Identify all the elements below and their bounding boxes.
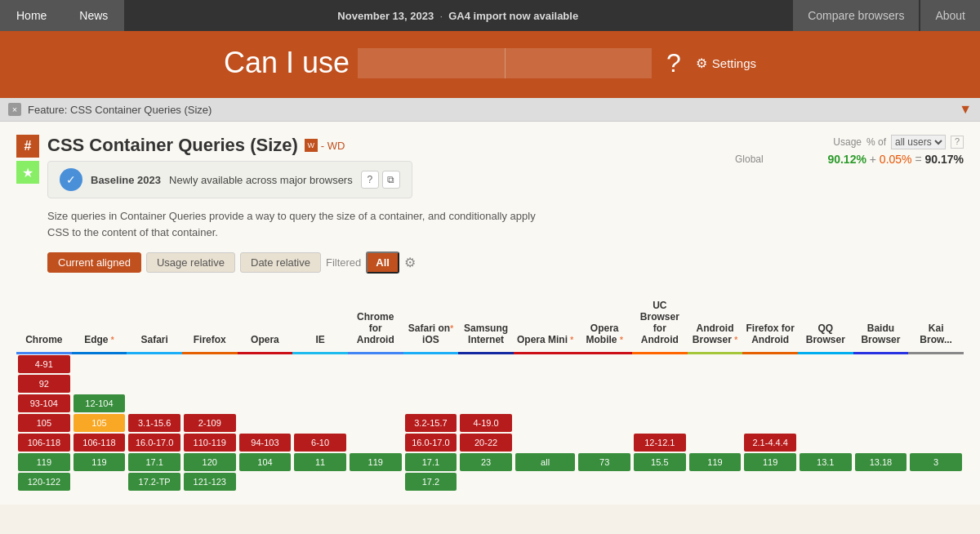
browser-cell[interactable] [688, 413, 743, 433]
browser-cell[interactable] [853, 433, 909, 452]
browser-cell[interactable]: 2.1-4.4.4 [742, 433, 798, 452]
tab-date[interactable]: Date relative [240, 252, 321, 273]
browser-cell[interactable] [292, 394, 348, 413]
browser-cell[interactable] [577, 374, 632, 394]
browser-cell[interactable] [514, 354, 577, 375]
browser-cell[interactable] [238, 413, 293, 433]
browser-cell[interactable]: 120-122 [16, 472, 72, 492]
browser-cell[interactable]: 3.2-15.7 [403, 413, 459, 433]
browser-cell[interactable] [632, 374, 688, 394]
browser-cell[interactable] [72, 472, 127, 492]
nav-news[interactable]: News [63, 0, 124, 31]
browser-cell[interactable] [908, 354, 964, 375]
star-btn[interactable]: ★ [16, 161, 39, 184]
browser-cell[interactable] [403, 374, 459, 394]
browser-cell[interactable] [348, 433, 403, 452]
browser-cell[interactable] [798, 354, 853, 375]
browser-cell[interactable]: 16.0-17.0 [403, 433, 459, 452]
browser-cell[interactable] [238, 394, 293, 413]
browser-cell[interactable] [632, 472, 688, 492]
tab-gear-icon[interactable]: ⚙ [404, 255, 416, 270]
compare-browsers-btn[interactable]: Compare browsers [793, 0, 919, 31]
browser-cell[interactable]: 17.2 [403, 472, 459, 492]
browser-cell[interactable]: 106-118 [16, 433, 72, 452]
browser-cell[interactable]: 119 [742, 452, 798, 472]
browser-cell[interactable] [632, 354, 688, 375]
browser-cell[interactable] [182, 354, 238, 375]
usage-selector[interactable]: all users [891, 135, 946, 149]
browser-cell[interactable]: 13.1 [798, 452, 853, 472]
browser-cell[interactable]: 23 [458, 452, 514, 472]
browser-cell[interactable]: 105 [72, 413, 127, 433]
browser-cell[interactable]: 12-12.1 [632, 433, 688, 452]
browser-cell[interactable]: 106-118 [72, 433, 127, 452]
browser-cell[interactable] [403, 394, 459, 413]
browser-cell[interactable] [742, 472, 798, 492]
about-btn[interactable]: About [920, 0, 980, 31]
browser-cell[interactable]: 17.1 [127, 452, 182, 472]
browser-cell[interactable] [908, 433, 964, 452]
browser-cell[interactable] [742, 413, 798, 433]
browser-cell[interactable] [182, 374, 238, 394]
browser-cell[interactable]: 92 [16, 374, 72, 394]
tab-current[interactable]: Current aligned [47, 252, 141, 273]
browser-cell[interactable] [688, 394, 743, 413]
browser-cell[interactable]: 105 [16, 413, 72, 433]
browser-cell[interactable]: 20-22 [458, 433, 514, 452]
browser-cell[interactable] [577, 413, 632, 433]
browser-cell[interactable] [632, 413, 688, 433]
browser-cell[interactable]: 110-119 [182, 433, 238, 452]
browser-cell[interactable]: 3 [908, 452, 964, 472]
browser-cell[interactable] [688, 433, 743, 452]
browser-cell[interactable] [72, 354, 127, 375]
browser-cell[interactable] [742, 354, 798, 375]
browser-cell[interactable] [853, 413, 909, 433]
browser-cell[interactable] [853, 394, 909, 413]
browser-cell[interactable] [238, 472, 293, 492]
browser-cell[interactable]: 2-109 [182, 413, 238, 433]
browser-cell[interactable] [348, 394, 403, 413]
browser-cell[interactable] [908, 394, 964, 413]
browser-cell[interactable]: 120 [182, 452, 238, 472]
browser-cell[interactable] [458, 354, 514, 375]
browser-cell[interactable] [853, 472, 909, 492]
tab-usage[interactable]: Usage relative [146, 252, 235, 273]
browser-cell[interactable] [458, 394, 514, 413]
browser-cell[interactable] [742, 374, 798, 394]
browser-cell[interactable]: 119 [16, 452, 72, 472]
browser-cell[interactable] [292, 413, 348, 433]
browser-cell[interactable]: 15.5 [632, 452, 688, 472]
browser-cell[interactable] [403, 354, 459, 375]
browser-cell[interactable] [798, 394, 853, 413]
browser-cell[interactable] [798, 374, 853, 394]
browser-cell[interactable]: 12-104 [72, 394, 127, 413]
browser-cell[interactable] [514, 433, 577, 452]
breadcrumb-close[interactable]: × [8, 103, 21, 116]
browser-cell[interactable] [72, 374, 127, 394]
browser-cell[interactable] [238, 354, 293, 375]
browser-cell[interactable]: all [514, 452, 577, 472]
browser-cell[interactable]: 13.18 [853, 452, 909, 472]
browser-cell[interactable] [348, 472, 403, 492]
filter-icon[interactable]: ▼ [959, 102, 972, 117]
search-input-2[interactable] [505, 48, 652, 78]
baseline-copy-btn[interactable]: ⧉ [382, 171, 400, 189]
browser-cell[interactable]: 104 [238, 452, 293, 472]
browser-cell[interactable]: 119 [348, 452, 403, 472]
baseline-help-btn[interactable]: ? [361, 171, 379, 189]
browser-cell[interactable]: 119 [688, 452, 743, 472]
browser-cell[interactable]: 3.1-15.6 [127, 413, 182, 433]
browser-cell[interactable] [127, 354, 182, 375]
browser-cell[interactable] [632, 394, 688, 413]
browser-cell[interactable] [577, 472, 632, 492]
tab-all[interactable]: All [366, 251, 399, 274]
browser-cell[interactable] [458, 472, 514, 492]
browser-cell[interactable]: 4-91 [16, 354, 72, 375]
browser-cell[interactable] [127, 394, 182, 413]
browser-cell[interactable] [238, 374, 293, 394]
browser-cell[interactable] [908, 413, 964, 433]
browser-cell[interactable] [514, 472, 577, 492]
browser-cell[interactable] [348, 413, 403, 433]
browser-cell[interactable] [577, 433, 632, 452]
browser-cell[interactable] [292, 374, 348, 394]
